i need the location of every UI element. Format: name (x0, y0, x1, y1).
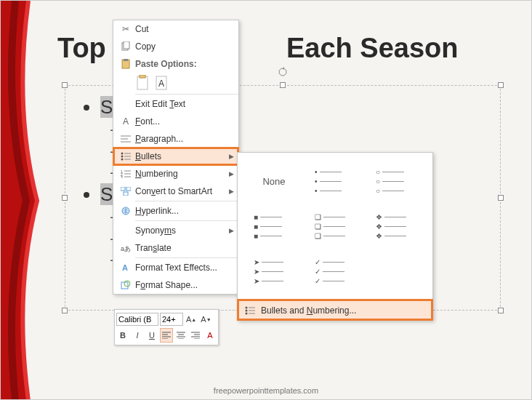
menu-item-exit-edit-text[interactable]: Exit Edit Text (113, 95, 238, 113)
mini-toolbar: A▲ A▼ B I U A (114, 309, 219, 345)
menu-item-cut[interactable]: ✂Cut (113, 20, 238, 38)
italic-button[interactable]: I (131, 328, 144, 343)
cut-icon: ✂ (116, 24, 135, 34)
menu-item-font[interactable]: AFont... (113, 113, 238, 130)
bullet-option-square[interactable]: ■■■ (245, 205, 303, 247)
menu-item-hyperlink[interactable]: Hyperlink... (113, 202, 238, 220)
submenu-arrow-icon: ▶ (229, 188, 234, 195)
svg-text:A: A (122, 263, 128, 272)
bullet-option-hollow-square[interactable]: ❏❏❏ (306, 205, 364, 247)
resize-handle[interactable] (498, 308, 504, 313)
svg-point-12 (121, 153, 124, 155)
menu-item-format-shape[interactable]: Format Shape... (113, 276, 238, 294)
resize-handle[interactable] (280, 82, 286, 88)
paste-icon (116, 59, 135, 69)
menu-item-text-effects[interactable]: AFormat Text Effects... (113, 259, 238, 276)
font-family-input[interactable] (116, 313, 158, 326)
bullet-option-check[interactable]: ✓✓✓ (306, 250, 364, 292)
svg-rect-5 (137, 76, 148, 89)
title-right: Each Season (286, 33, 459, 63)
align-left-button[interactable] (160, 328, 173, 343)
svg-text:A: A (158, 79, 164, 89)
bullet-option-none[interactable]: None (245, 160, 303, 202)
svg-point-36 (246, 312, 248, 314)
numbering-icon: 123 (116, 169, 135, 178)
red-ribbon-decoration (1, 1, 44, 400)
smartart-icon (116, 187, 135, 196)
align-center-button[interactable] (174, 328, 188, 343)
bullets-and-numbering-button[interactable]: Bullets and Numbering... (238, 300, 432, 320)
bullets-icon (245, 306, 255, 315)
font-size-input[interactable] (160, 313, 183, 326)
svg-point-31 (124, 281, 130, 287)
submenu-arrow-icon: ▶ (229, 227, 234, 234)
svg-point-14 (121, 156, 124, 158)
menu-item-numbering[interactable]: 123Numbering▶ (113, 165, 238, 183)
menu-item-synonyms[interactable]: Synonyms▶ (113, 222, 238, 239)
paragraph-icon (116, 135, 135, 143)
font-icon: A (116, 116, 135, 127)
align-right-button[interactable] (189, 328, 202, 343)
font-color-button[interactable]: A (203, 328, 217, 343)
svg-point-0 (279, 68, 286, 76)
bullet-option-blank[interactable] (367, 250, 425, 292)
underline-button[interactable]: U (145, 328, 158, 343)
watermark: freepowerpointtemplates.com (1, 386, 531, 395)
bullet-option-diamond[interactable]: ❖❖❖ (367, 205, 425, 247)
resize-handle[interactable] (498, 82, 504, 88)
resize-handle[interactable] (62, 308, 68, 313)
svg-text:3: 3 (121, 175, 123, 178)
svg-point-32 (246, 306, 248, 308)
svg-rect-26 (124, 192, 128, 196)
svg-rect-25 (126, 187, 131, 191)
menu-item-paragraph[interactable]: Paragraph... (113, 130, 238, 148)
rotate-handle-icon[interactable] (278, 67, 288, 77)
resize-handle[interactable] (62, 82, 68, 88)
bullet-option-circle[interactable]: ○○○ (367, 160, 425, 202)
menu-item-paste-options: Paste Options: (113, 55, 238, 73)
increase-font-icon[interactable]: A▲ (185, 312, 198, 327)
bullets-submenu: None ••• ○○○ ■■■ ❏❏❏ ❖❖❖ ➤➤➤ ✓✓✓ Bullets… (237, 152, 433, 321)
menu-item-bullets[interactable]: Bullets▶ (113, 148, 238, 165)
bullet-option-arrow[interactable]: ➤➤➤ (245, 250, 303, 292)
bullet-option-disc[interactable]: ••• (306, 160, 364, 202)
context-menu: ✂Cut Copy Paste Options: A Exit Edit Tex… (113, 20, 239, 295)
submenu-arrow-icon: ▶ (229, 153, 234, 160)
svg-rect-6 (140, 75, 145, 78)
decrease-font-icon[interactable]: A▼ (199, 312, 212, 327)
paste-option-text-only-icon[interactable]: A (154, 75, 170, 91)
submenu-arrow-icon: ▶ (229, 170, 234, 177)
svg-text:aあ: aあ (121, 245, 131, 252)
format-shape-icon (116, 280, 135, 290)
resize-handle[interactable] (62, 195, 68, 201)
paste-options-row[interactable]: A (113, 73, 238, 93)
menu-item-smartart[interactable]: Convert to SmartArt▶ (113, 183, 238, 200)
svg-point-34 (246, 309, 248, 311)
bold-button[interactable]: B (116, 328, 129, 343)
text-effects-icon: A (116, 263, 135, 273)
resize-handle[interactable] (498, 195, 504, 201)
hyperlink-icon (116, 206, 135, 216)
menu-item-translate[interactable]: aあTranslate (113, 239, 238, 257)
svg-rect-4 (124, 59, 128, 61)
svg-rect-2 (124, 41, 129, 49)
translate-icon: aあ (116, 244, 135, 252)
bullets-icon (116, 152, 135, 161)
svg-rect-24 (121, 187, 125, 191)
paste-option-keep-source-icon[interactable] (135, 75, 151, 91)
menu-item-copy[interactable]: Copy (113, 38, 238, 55)
copy-icon (116, 41, 135, 52)
svg-point-16 (121, 159, 124, 161)
